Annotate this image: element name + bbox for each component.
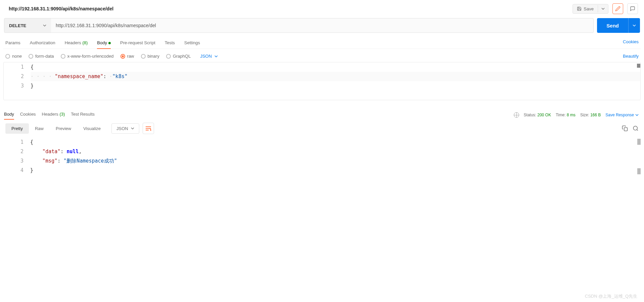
comment-icon — [630, 6, 635, 11]
tab-body-label: Body — [97, 40, 107, 45]
http-method-value: DELETE — [9, 23, 26, 28]
view-preview[interactable]: Preview — [50, 123, 77, 134]
wrap-icon — [145, 126, 151, 131]
http-method-select[interactable]: DELETE — [4, 18, 51, 33]
json-string: "删除Namespace成功" — [63, 158, 117, 164]
whitespace-dots: · · · · — [31, 73, 55, 79]
send-button[interactable]: Send — [597, 18, 628, 33]
view-pretty[interactable]: Pretty — [5, 123, 29, 134]
response-format-select[interactable]: JSON — [111, 123, 139, 134]
body-type-formdata[interactable]: form-data — [29, 54, 54, 59]
json-value: "k8s" — [112, 73, 128, 79]
tab-headers-count: (8) — [82, 40, 88, 45]
json-key: "data" — [42, 148, 60, 155]
response-meta: Status: 200 OK Time: 8 ms Size: 166 B Sa… — [514, 112, 639, 118]
view-visualize[interactable]: Visualize — [77, 123, 107, 134]
tab-prerequest[interactable]: Pre-request Script — [120, 38, 155, 49]
radio-icon — [141, 54, 146, 59]
scrollbar[interactable] — [637, 64, 640, 68]
body-type-row: none form-data x-www-form-urlencoded raw… — [3, 49, 641, 62]
resp-tab-headers[interactable]: Headers (3) — [42, 110, 65, 119]
resp-tab-tests[interactable]: Test Results — [71, 110, 95, 119]
globe-icon[interactable] — [514, 112, 519, 118]
scrollbar[interactable] — [637, 168, 641, 174]
tab-settings[interactable]: Settings — [184, 38, 200, 49]
chevron-down-icon — [43, 24, 46, 27]
json-key: "namespace_name" — [55, 73, 103, 79]
svg-line-4 — [637, 129, 638, 130]
resp-headers-count: (3) — [59, 112, 65, 117]
line-number: 3 — [3, 156, 30, 166]
svg-rect-2 — [624, 128, 628, 131]
pencil-icon — [615, 6, 621, 11]
beautify-link[interactable]: Beautify — [623, 54, 639, 59]
brace-close: } — [31, 83, 34, 89]
body-type-binary[interactable]: binary — [141, 54, 159, 59]
status-value: 200 OK — [537, 113, 551, 117]
comment-button[interactable] — [627, 3, 638, 14]
view-raw[interactable]: Raw — [29, 123, 50, 134]
body-type-graphql[interactable]: GraphQL — [166, 54, 191, 59]
line-number: 2 — [3, 147, 30, 156]
save-label: Save — [584, 6, 594, 11]
body-type-list: none form-data x-www-form-urlencoded raw… — [5, 54, 218, 59]
title-actions: Save — [573, 3, 638, 14]
body-type-none[interactable]: none — [5, 54, 22, 59]
save-group: Save — [573, 4, 608, 14]
cookies-link[interactable]: Cookies — [623, 39, 639, 48]
json-key: "msg" — [42, 158, 57, 164]
chevron-down-icon — [601, 7, 605, 10]
request-tabs: Params Authorization Headers (8) Body Pr… — [3, 33, 641, 49]
radio-checked-icon — [120, 54, 125, 59]
radio-icon — [29, 54, 33, 59]
view-mode-group: Pretty Raw Preview Visualize — [5, 123, 107, 134]
response-tools — [622, 125, 639, 131]
tab-tests[interactable]: Tests — [165, 38, 175, 49]
line-number: 1 — [3, 137, 30, 147]
request-title: http://192.168.31.1:9090/api/k8s/namespa… — [9, 6, 113, 11]
size-value: 166 B — [590, 113, 601, 117]
edit-button[interactable] — [612, 3, 623, 14]
line-number: 4 — [3, 166, 30, 175]
line-number: 2 — [4, 72, 31, 81]
request-body-editor[interactable]: 1 { 2 · · · · "namespace_name": ·"k8s" 3… — [3, 62, 641, 100]
tab-body[interactable]: Body — [97, 38, 111, 49]
send-group: Send — [597, 18, 640, 33]
resp-tab-body[interactable]: Body — [4, 110, 14, 119]
url-row: DELETE Send — [3, 18, 641, 33]
body-format-select[interactable]: JSON — [200, 54, 218, 59]
tab-authorization[interactable]: Authorization — [30, 38, 55, 49]
time-value: 8 ms — [567, 113, 576, 117]
body-type-urlencoded[interactable]: x-www-form-urlencoded — [61, 54, 114, 59]
chevron-down-icon — [633, 24, 636, 27]
brace-open: { — [31, 64, 34, 70]
title-bar: http://192.168.31.1:9090/api/k8s/namespa… — [3, 0, 641, 18]
tab-params[interactable]: Params — [5, 38, 20, 49]
search-icon[interactable] — [633, 125, 639, 131]
request-tab-list: Params Authorization Headers (8) Body Pr… — [5, 38, 200, 49]
url-input-wrapper — [51, 18, 594, 33]
save-button[interactable]: Save — [573, 4, 598, 13]
save-response-button[interactable]: Save Response — [605, 113, 639, 117]
tab-headers[interactable]: Headers (8) — [65, 38, 88, 49]
chevron-down-icon — [214, 55, 218, 58]
modified-dot-icon — [108, 42, 111, 44]
send-options-button[interactable] — [628, 18, 640, 33]
line-number: 3 — [4, 81, 31, 90]
response-body-viewer[interactable]: 1 { 2 "data": null, 3 "msg": "删除Namespac… — [3, 137, 641, 175]
save-icon — [577, 6, 582, 11]
body-type-raw[interactable]: raw — [120, 54, 134, 59]
url-input[interactable] — [56, 23, 589, 28]
svg-point-3 — [633, 126, 637, 130]
radio-icon — [61, 54, 65, 59]
json-null: null — [66, 148, 79, 155]
tab-headers-label: Headers — [65, 40, 81, 45]
line-number: 1 — [4, 62, 31, 72]
chevron-down-icon — [635, 113, 639, 117]
copy-icon[interactable] — [622, 125, 628, 131]
response-header: Body Cookies Headers (3) Test Results St… — [3, 104, 641, 119]
resp-tab-cookies[interactable]: Cookies — [20, 110, 36, 119]
wrap-lines-button[interactable] — [143, 123, 154, 134]
save-options-button[interactable] — [598, 5, 608, 12]
scrollbar[interactable] — [637, 139, 641, 145]
